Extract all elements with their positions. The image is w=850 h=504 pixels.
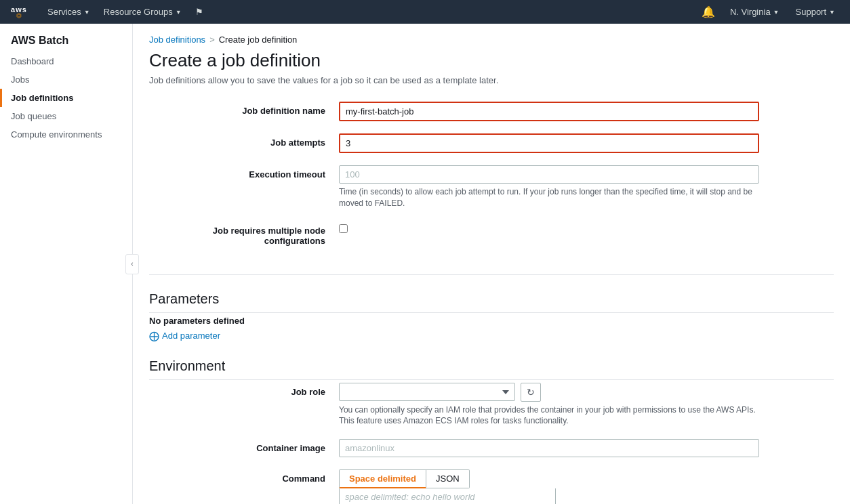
container-image-input[interactable]	[339, 439, 759, 457]
command-tab-json[interactable]: JSON	[426, 469, 470, 488]
page-title: Create a job definition	[149, 50, 834, 71]
pin-icon-btn[interactable]: ⚑	[188, 0, 210, 24]
support-caret-icon: ▼	[829, 9, 835, 16]
breadcrumb-current: Create job definition	[219, 35, 298, 45]
job-attempts-input[interactable]	[339, 133, 759, 153]
sidebar: AWS Batch Dashboard Jobs Job definitions…	[0, 24, 133, 504]
add-param-link[interactable]: ⨁ Add parameter	[149, 330, 834, 342]
command-wrap: Space delimited JSON	[339, 469, 759, 504]
multi-node-wrap	[339, 222, 759, 233]
execution-timeout-wrap: Time (in seconds) to allow each job atte…	[339, 165, 759, 209]
multi-node-row: Job requires multiple node configuration…	[149, 222, 834, 246]
breadcrumb-job-definitions-link[interactable]: Job definitions	[149, 35, 205, 45]
job-definition-name-wrap	[339, 102, 759, 121]
job-attempts-label: Job attempts	[149, 133, 339, 148]
job-role-select-wrap: ↻	[339, 383, 759, 402]
parameters-section: Parameters No parameters defined ⨁ Add p…	[149, 291, 834, 342]
region-caret-icon: ▼	[773, 9, 780, 16]
command-input[interactable]	[339, 488, 556, 504]
services-label: Services	[47, 7, 81, 17]
job-definition-name-row: Job definition name	[149, 102, 834, 121]
job-role-row: Job role ↻ You can optionally specify an…	[149, 383, 834, 427]
job-role-label: Job role	[149, 383, 339, 397]
command-input-wrap	[339, 488, 759, 504]
resource-groups-label: Resource Groups	[104, 7, 173, 17]
resource-groups-caret-icon: ▼	[176, 9, 182, 16]
services-caret-icon: ▼	[84, 9, 90, 16]
region-label: N. Virginia	[730, 7, 771, 17]
pin-icon: ⚑	[195, 7, 203, 17]
nav-right: 🔔 N. Virginia ▼ Support ▼	[696, 0, 842, 24]
command-tab-space-delimited[interactable]: Space delimited	[339, 469, 426, 488]
support-menu[interactable]: Support ▼	[789, 0, 842, 24]
notification-bell-icon[interactable]: 🔔	[696, 5, 721, 18]
execution-timeout-row: Execution timeout Time (in seconds) to a…	[149, 165, 834, 209]
sidebar-item-compute-environments[interactable]: Compute environments	[0, 125, 132, 144]
container-image-label: Container image	[149, 439, 339, 453]
aws-logo: aws ⏣	[8, 5, 30, 20]
content-area: Job definitions > Create job definition …	[133, 24, 850, 504]
support-label: Support	[796, 7, 827, 17]
command-label: Command	[149, 469, 339, 484]
parameters-section-title: Parameters	[149, 291, 834, 313]
command-row: Command Space delimited JSON	[149, 469, 834, 504]
job-definition-name-input[interactable]	[339, 102, 759, 121]
page-description: Job definitions allow you to save the va…	[149, 75, 834, 85]
multi-node-checkbox-wrap	[339, 224, 759, 233]
execution-timeout-label: Execution timeout	[149, 165, 339, 180]
services-menu[interactable]: Services ▼	[41, 0, 97, 24]
environment-section-title: Environment	[149, 358, 834, 380]
no-params-label: No parameters defined	[149, 316, 834, 326]
aws-logo-smile: ⏣	[16, 12, 22, 19]
breadcrumb: Job definitions > Create job definition	[149, 35, 834, 45]
sidebar-item-jobs[interactable]: Jobs	[0, 70, 132, 89]
job-role-wrap: ↻ You can optionally specify an IAM role…	[339, 383, 759, 427]
job-attempts-row: Job attempts	[149, 133, 834, 153]
command-tabs: Space delimited JSON	[339, 469, 759, 488]
sidebar-item-job-definitions[interactable]: Job definitions	[0, 89, 132, 107]
resource-groups-menu[interactable]: Resource Groups ▼	[97, 0, 188, 24]
sidebar-title: AWS Batch	[0, 24, 132, 52]
add-param-label: Add parameter	[162, 331, 220, 341]
multi-node-checkbox[interactable]	[339, 224, 348, 233]
sidebar-nav: Dashboard Jobs Job definitions Job queue…	[0, 52, 132, 144]
region-selector[interactable]: N. Virginia ▼	[723, 0, 786, 24]
job-role-select[interactable]	[339, 383, 515, 401]
container-image-row: Container image	[149, 439, 834, 457]
breadcrumb-separator: >	[209, 35, 215, 45]
execution-timeout-hint: Time (in seconds) to allow each job atte…	[339, 186, 759, 209]
main-content: Job definitions > Create job definition …	[133, 24, 850, 504]
job-role-hint: You can optionally specify an IAM role t…	[339, 404, 759, 427]
job-attempts-wrap	[339, 133, 759, 153]
job-role-refresh-btn[interactable]: ↻	[521, 383, 541, 402]
multi-node-label: Job requires multiple node configuration…	[149, 222, 339, 246]
plus-circle-icon: ⨁	[149, 330, 159, 342]
execution-timeout-input[interactable]	[339, 165, 759, 184]
job-definition-name-label: Job definition name	[149, 102, 339, 116]
container-image-wrap	[339, 439, 759, 457]
main-layout: AWS Batch Dashboard Jobs Job definitions…	[0, 24, 850, 504]
top-nav: aws ⏣ Services ▼ Resource Groups ▼ ⚑ 🔔 N…	[0, 0, 850, 24]
sidebar-item-dashboard[interactable]: Dashboard	[0, 52, 132, 70]
sidebar-collapse-btn[interactable]: ‹	[125, 254, 139, 274]
sidebar-item-job-queues[interactable]: Job queues	[0, 107, 132, 125]
job-definition-form-section: Job definition name Job attempts Executi…	[149, 102, 834, 275]
environment-section: Environment Job role ↻ You can optionall…	[149, 358, 834, 504]
